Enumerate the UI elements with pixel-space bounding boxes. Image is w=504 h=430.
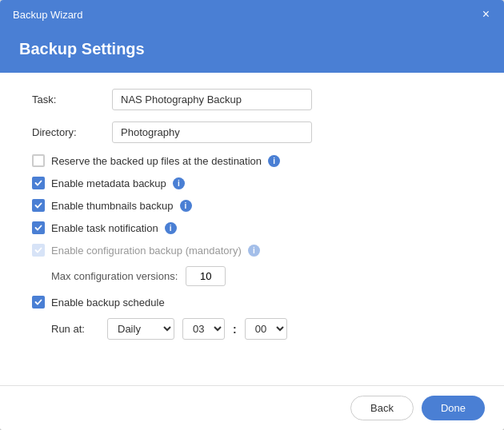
check-icon <box>34 179 42 187</box>
schedule-label: Enable backup schedule <box>51 297 165 309</box>
metadata-label: Enable metadata backup <box>51 177 166 189</box>
task-label: Task: <box>32 94 112 106</box>
notification-checkbox[interactable] <box>32 221 45 234</box>
check-icon <box>34 201 42 209</box>
done-button[interactable]: Done <box>422 396 485 420</box>
config-label: Enable configuration backup (mandatory) <box>51 245 242 257</box>
page-header: Backup Settings <box>0 29 504 73</box>
max-versions-label: Max configuration versions: <box>51 270 178 282</box>
notification-row: Enable task notification i <box>32 221 472 234</box>
hour-select[interactable]: 00 01 02 03 04 05 06 07 08 09 10 11 12 <box>182 318 225 340</box>
thumbnails-label: Enable thumbnails backup <box>51 200 174 212</box>
close-button[interactable]: × <box>481 8 491 21</box>
task-row: Task: <box>32 89 472 110</box>
notification-info-icon: i <box>165 222 177 234</box>
minute-select[interactable]: 00 15 30 45 <box>245 318 287 340</box>
check-icon <box>34 298 42 306</box>
dialog-title: Backup Wizard <box>13 9 82 21</box>
config-row: Enable configuration backup (mandatory) … <box>32 244 472 257</box>
thumbnails-checkbox[interactable] <box>32 199 45 212</box>
footer: Back Done <box>0 385 504 430</box>
metadata-row: Enable metadata backup i <box>32 177 472 189</box>
reserve-info-icon: i <box>268 155 280 167</box>
notification-label: Enable task notification <box>51 222 158 234</box>
frequency-select[interactable]: Daily Weekly Monthly <box>107 318 174 340</box>
title-bar: Backup Wizard × <box>0 0 504 29</box>
directory-label: Directory: <box>32 126 112 138</box>
task-input[interactable] <box>112 89 312 110</box>
check-icon <box>34 224 42 232</box>
config-checkbox <box>32 244 45 257</box>
thumbnails-info-icon: i <box>180 200 192 212</box>
max-versions-row: Max configuration versions: <box>51 266 472 286</box>
reserve-row: Reserve the backed up files at the desti… <box>32 154 472 167</box>
metadata-checkbox[interactable] <box>32 177 45 189</box>
max-versions-input[interactable] <box>186 266 226 286</box>
directory-input[interactable] <box>112 121 312 143</box>
back-button[interactable]: Back <box>350 396 414 420</box>
reserve-label: Reserve the backed up files at the desti… <box>51 155 262 167</box>
run-at-label: Run at: <box>51 323 99 335</box>
schedule-row: Enable backup schedule <box>32 296 472 309</box>
run-at-row: Run at: Daily Weekly Monthly 00 01 02 03… <box>51 318 472 340</box>
metadata-info-icon: i <box>173 177 185 189</box>
directory-row: Directory: <box>32 121 472 143</box>
thumbnails-row: Enable thumbnails backup i <box>32 199 472 212</box>
check-icon <box>34 246 42 254</box>
time-colon: : <box>233 323 237 336</box>
schedule-checkbox[interactable] <box>32 296 45 309</box>
backup-wizard-dialog: Backup Wizard × Backup Settings Task: Di… <box>0 0 504 430</box>
content-area: Task: Directory: Reserve the backed up f… <box>0 73 504 385</box>
reserve-checkbox[interactable] <box>32 154 45 167</box>
config-info-icon: i <box>248 245 260 257</box>
page-title: Backup Settings <box>19 40 485 58</box>
